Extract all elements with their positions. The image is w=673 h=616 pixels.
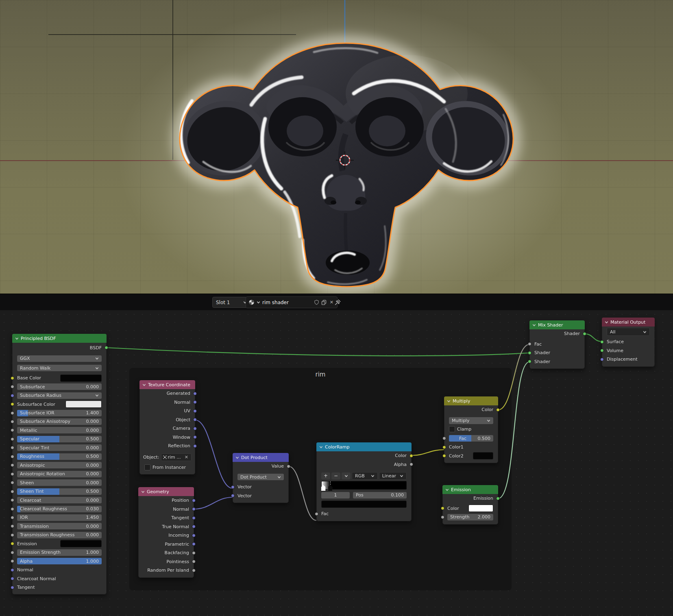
output-socket[interactable] <box>193 392 197 395</box>
input-socket[interactable] <box>11 586 14 589</box>
input-socket[interactable] <box>441 515 444 519</box>
color-swatch[interactable] <box>65 401 102 408</box>
input-socket[interactable] <box>11 559 14 563</box>
input-socket[interactable] <box>442 437 446 440</box>
output-socket[interactable] <box>192 507 196 511</box>
collapse-chevron-icon[interactable] <box>319 445 323 449</box>
slider[interactable]: Metallic0.000 <box>17 427 102 433</box>
clear-object-icon[interactable]: ✕ <box>183 455 189 460</box>
input-socket[interactable] <box>11 481 14 485</box>
output-socket[interactable] <box>192 525 196 529</box>
output-socket[interactable] <box>409 454 413 457</box>
slider[interactable]: Roughness0.500 <box>17 453 102 460</box>
input-socket[interactable] <box>528 360 531 364</box>
node-material-output[interactable]: Material Output All Surface Volume Displ… <box>602 318 655 367</box>
input-socket[interactable] <box>11 577 14 581</box>
input-socket[interactable] <box>11 376 14 380</box>
node-header[interactable]: Geometry <box>138 487 194 496</box>
node-mix-shader[interactable]: Mix Shader Shader Fac Shader Shader <box>529 320 585 369</box>
node-header[interactable]: Multiply <box>444 396 498 405</box>
node-header[interactable]: Material Output <box>602 318 655 327</box>
slider[interactable]: Specular Tint0.000 <box>17 444 102 451</box>
input-socket[interactable] <box>11 533 14 537</box>
collapse-chevron-icon[interactable] <box>235 456 239 459</box>
distribution-dropdown[interactable]: GGX <box>17 355 102 362</box>
node-header[interactable]: ColorRamp <box>316 442 412 451</box>
input-socket[interactable] <box>442 454 446 458</box>
target-dropdown[interactable]: All <box>607 328 650 336</box>
input-socket[interactable] <box>600 357 604 361</box>
color-mode-dropdown[interactable]: RGB <box>352 472 378 480</box>
node-header[interactable]: Emission <box>442 485 498 494</box>
subsurface-method-dropdown[interactable]: Random Walk <box>17 365 102 371</box>
blend-mode-dropdown[interactable]: Multiply <box>449 417 493 424</box>
pin-icon[interactable] <box>334 298 342 306</box>
node-header[interactable]: Dot Product <box>233 453 289 462</box>
collapse-chevron-icon[interactable] <box>605 320 608 324</box>
output-socket[interactable] <box>193 409 197 413</box>
color-swatch[interactable] <box>468 505 493 512</box>
input-socket[interactable] <box>11 498 14 502</box>
collapse-chevron-icon[interactable] <box>447 399 451 403</box>
input-socket[interactable] <box>11 420 14 423</box>
input-socket[interactable] <box>231 485 235 489</box>
operation-dropdown[interactable]: Dot Product <box>237 474 284 480</box>
collapse-chevron-icon[interactable] <box>532 323 536 327</box>
ramp-stop-0[interactable] <box>321 485 326 491</box>
interpolation-dropdown[interactable]: Linear <box>379 472 407 480</box>
output-socket[interactable] <box>192 533 196 537</box>
input-socket[interactable] <box>11 464 14 467</box>
input-socket[interactable] <box>11 394 14 397</box>
input-socket[interactable] <box>11 411 14 415</box>
new-material-copy-icon[interactable] <box>321 300 327 305</box>
color-ramp-gradient[interactable] <box>321 481 407 490</box>
output-socket[interactable] <box>105 346 108 350</box>
input-socket[interactable] <box>11 568 14 572</box>
chevron-down-icon[interactable] <box>257 300 260 304</box>
input-socket[interactable] <box>11 542 14 546</box>
input-socket[interactable] <box>11 437 14 441</box>
input-socket[interactable] <box>11 403 14 406</box>
slider[interactable]: Emission Strength1.000 <box>17 549 102 556</box>
output-socket[interactable] <box>192 560 196 564</box>
node-colorramp[interactable]: ColorRamp Color Alpha + − RGB Linear 1 P… <box>316 442 412 521</box>
color-swatch[interactable] <box>60 374 102 382</box>
output-socket[interactable] <box>193 435 197 439</box>
fac-slider[interactable]: Fac0.500 <box>449 435 493 442</box>
output-socket[interactable] <box>193 427 197 430</box>
input-socket[interactable] <box>600 340 604 344</box>
node-texture-coordinate[interactable]: Texture Coordinate Generated Normal UV O… <box>139 380 195 475</box>
color-swatch[interactable] <box>60 540 102 547</box>
unlink-material-icon[interactable]: ✕ <box>329 300 335 305</box>
collapse-chevron-icon[interactable] <box>142 383 146 387</box>
output-socket[interactable] <box>192 516 196 520</box>
output-socket[interactable] <box>409 463 413 466</box>
add-stop-button[interactable]: + <box>321 472 330 479</box>
output-socket[interactable] <box>496 408 500 411</box>
fake-user-shield-icon[interactable] <box>314 300 319 305</box>
input-socket[interactable] <box>528 351 531 355</box>
output-socket[interactable] <box>192 542 196 546</box>
node-principled-bsdf[interactable]: Principled BSDF BSDF GGX Random Walk Bas… <box>12 334 107 594</box>
node-header[interactable]: Mix Shader <box>529 320 585 329</box>
vector-dropdown[interactable]: Subsurface Radius <box>17 392 102 399</box>
slider[interactable]: Subsurface IOR1.400 <box>17 410 102 416</box>
slider[interactable]: Anisotropic0.000 <box>17 462 102 468</box>
output-socket[interactable] <box>287 464 290 468</box>
node-geometry[interactable]: Geometry Position Normal Tangent True No… <box>138 487 194 578</box>
material-icon[interactable] <box>248 299 255 305</box>
slider[interactable]: Sheen Tint0.500 <box>17 488 102 495</box>
material-name-field[interactable]: rim shader <box>262 300 289 305</box>
output-socket[interactable] <box>193 418 197 422</box>
stop-index-field[interactable]: 1 <box>321 492 350 498</box>
slider[interactable]: Clearcoat0.000 <box>17 497 102 503</box>
from-instancer-checkbox[interactable] <box>144 464 150 470</box>
node-emission[interactable]: Emission Emission Color Strength2.000 <box>442 485 498 525</box>
input-socket[interactable] <box>11 516 14 519</box>
input-socket[interactable] <box>11 551 14 554</box>
input-socket[interactable] <box>11 385 14 389</box>
node-multiply[interactable]: Multiply Color Multiply Clamp Fac0.500 C… <box>444 396 498 463</box>
stop-position-slider[interactable]: Pos0.100 <box>353 492 407 498</box>
slider[interactable]: Alpha1.000 <box>17 558 102 564</box>
input-socket[interactable] <box>600 349 604 353</box>
